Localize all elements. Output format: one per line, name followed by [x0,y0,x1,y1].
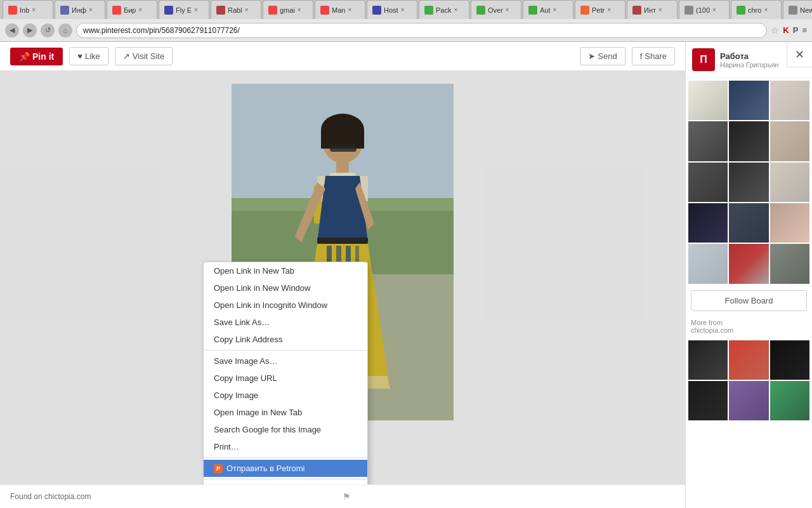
tab-label: gmai [280,6,295,14]
board-thumb-9[interactable] [770,163,809,202]
board-icon: П [692,48,715,71]
board-thumb-15[interactable] [770,244,809,283]
tab-inbox[interactable]: Inb × [3,0,53,19]
board-thumb-7[interactable] [688,163,728,202]
more-thumb-3[interactable] [770,340,809,380]
tab-over[interactable]: Over × [471,0,521,19]
profile-icon[interactable]: P [793,25,799,35]
tab-favicon [164,6,173,15]
home-button[interactable]: ⌂ [58,23,72,37]
tab-close[interactable]: × [245,6,249,13]
petromi-icon: P [214,464,223,473]
tab-close[interactable]: × [454,6,457,13]
tab-bir[interactable]: Бир × [107,0,157,19]
menu-icon[interactable]: ≡ [802,25,807,35]
tab-inf[interactable]: Инф × [55,0,105,19]
send-button[interactable]: ➤ Send [580,47,625,65]
board-thumb-2[interactable] [729,81,768,120]
tab-close[interactable]: × [658,6,662,13]
tab-int[interactable]: Инт × [627,0,678,19]
url-bar[interactable]: www.pinterest.com/pin/568790627911077726… [76,23,767,38]
board-thumb-10[interactable] [688,203,728,243]
tab-favicon [372,6,381,15]
tab-gmail[interactable]: gmai × [263,0,313,19]
tab-close[interactable]: × [32,6,36,13]
board-thumb-4[interactable] [688,121,728,161]
context-search-google[interactable]: Search Google for this Image [204,421,367,438]
board-thumb-13[interactable] [688,244,728,283]
share-button[interactable]: f Share [632,47,675,65]
tab-favicon [216,6,225,15]
back-button[interactable]: ◀ [5,23,19,37]
found-on-text: Found on chictopia.com [10,492,343,501]
context-copy-image-url[interactable]: Copy Image URL [204,370,367,387]
tab-rabl[interactable]: Rabl × [211,0,261,19]
tab-fly[interactable]: Fly E × [159,0,209,19]
tab-label: (100 [696,6,710,14]
tab-aut[interactable]: Aut × [523,0,573,19]
page-area: 📌 Pin it ♥ Like ↗ Visit Site ➤ Send f Sh… [0,42,812,508]
more-thumb-6[interactable] [770,381,809,420]
context-open-incognito[interactable]: Open Link in Incognito Window [204,297,367,314]
tab-close[interactable]: × [764,6,768,13]
follow-board-button[interactable]: Follow Board [691,290,807,311]
tab-close[interactable]: × [401,6,405,13]
tab-chro[interactable]: chro × [731,0,782,19]
tab-favicon [424,6,433,15]
tab-100[interactable]: (100 × [679,0,730,19]
flag-icon[interactable]: ⚑ [343,491,675,502]
pin-content: pinned by pinterest... Open Link in New … [0,71,685,485]
board-thumb-11[interactable] [729,203,768,243]
more-thumb-5[interactable] [729,381,768,420]
context-separator-2 [204,457,367,458]
link-icon: ↗ [123,51,130,61]
tab-pack[interactable]: Pack × [419,0,469,19]
forward-button[interactable]: ▶ [23,23,37,37]
tab-close[interactable]: × [607,6,611,13]
tab-favicon [60,6,69,15]
context-copy-link[interactable]: Copy Link Address [204,331,367,348]
board-thumb-1[interactable] [688,81,728,120]
like-button[interactable]: ♥ Like [69,47,108,65]
tab-host[interactable]: Host × [367,0,417,19]
tab-man[interactable]: Man × [315,0,365,19]
board-thumb-6[interactable] [770,121,809,161]
tab-close[interactable]: × [553,6,557,13]
board-thumb-8[interactable] [729,163,768,202]
bookmark-star[interactable]: ☆ [771,25,779,36]
tab-petr[interactable]: Petr × [575,0,625,19]
more-thumb-2[interactable] [729,340,768,380]
board-thumb-3[interactable] [770,81,809,120]
context-open-new-tab[interactable]: Open Link in New Tab [204,262,367,279]
board-thumb-14[interactable] [729,244,768,283]
context-open-image-tab[interactable]: Open Image in New Tab [204,404,367,421]
tab-close[interactable]: × [298,6,301,13]
tab-close[interactable]: × [138,6,142,13]
tab-close[interactable]: × [506,6,509,13]
context-inspect-element[interactable]: Inspect Element [204,481,367,485]
reload-button[interactable]: ↺ [41,23,55,37]
tab-close[interactable]: × [89,6,93,13]
board-thumb-5[interactable] [729,121,768,161]
more-thumb-4[interactable] [688,381,728,420]
context-copy-image[interactable]: Copy Image [204,387,367,404]
tab-label: Inb [20,6,29,14]
tab-label: Aut [540,6,551,14]
pin-it-button[interactable]: 📌 Pin it [10,48,63,65]
visit-site-button[interactable]: ↗ Visit Site [115,47,173,65]
context-save-image[interactable]: Save Image As… [204,352,367,370]
tab-favicon [320,6,329,15]
tab-close[interactable]: × [712,6,716,13]
close-button[interactable]: ✕ [787,42,812,67]
kaspersky-icon: K [783,25,789,35]
tab-close[interactable]: × [348,6,351,13]
tab-new[interactable]: New × [783,0,812,19]
tab-close[interactable]: × [194,6,198,13]
svg-rect-14 [317,237,368,244]
context-print[interactable]: Print… [204,438,367,455]
context-send-petromi[interactable]: P Отправить в Petromi [204,460,367,477]
context-save-link[interactable]: Save Link As… [204,314,367,331]
board-thumb-12[interactable] [770,203,809,243]
more-thumb-1[interactable] [688,340,728,380]
context-open-new-window[interactable]: Open Link in New Window [204,279,367,297]
